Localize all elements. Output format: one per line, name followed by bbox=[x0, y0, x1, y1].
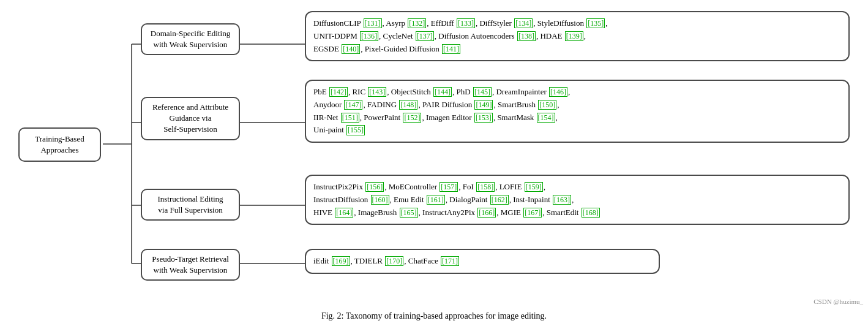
cat3-label-box: Instructional Editingvia Full Supervisio… bbox=[141, 189, 240, 221]
cat1-label-box: Domain-Specific Editingwith Weak Supervi… bbox=[141, 23, 240, 55]
cat2-content: PbE [142], RIC [143], ObjectStitch [144]… bbox=[313, 87, 570, 134]
cat4-content-box: iEdit [169], TDIELR [170], ChatFace [171… bbox=[305, 249, 660, 274]
cat1-content: DiffusionCLIP [131], Asyrp [132], EffDif… bbox=[313, 18, 607, 53]
watermark: CSDN @huzimu_ bbox=[814, 298, 863, 305]
cat3-label: Instructional Editingvia Full Supervisio… bbox=[157, 194, 223, 214]
cat3-content-box: InstructPix2Pix [156], MoEController [15… bbox=[305, 175, 850, 225]
cat1-content-box: DiffusionCLIP [131], Asyrp [132], EffDif… bbox=[305, 11, 850, 61]
cat4-label: Pseudo-Target Retrievalwith Weak Supervi… bbox=[152, 254, 229, 275]
cat1-label: Domain-Specific Editingwith Weak Supervi… bbox=[151, 29, 230, 49]
root-box: Training-Based Approaches bbox=[18, 127, 101, 162]
cat2-content-box: PbE [142], RIC [143], ObjectStitch [144]… bbox=[305, 80, 850, 143]
cat4-content: iEdit [169], TDIELR [170], ChatFace [171… bbox=[313, 256, 460, 265]
figure-caption: Fig. 2: Taxonomy of training-based appro… bbox=[0, 311, 868, 321]
cat3-content: InstructPix2Pix [156], MoEController [15… bbox=[313, 182, 600, 217]
cat4-label-box: Pseudo-Target Retrievalwith Weak Supervi… bbox=[141, 249, 240, 281]
diagram-container: Training-Based Approaches Domain-Specifi… bbox=[0, 0, 868, 306]
cat2-label: Reference and AttributeGuidance viaSelf-… bbox=[152, 102, 228, 134]
root-label: Training-Based Approaches bbox=[35, 134, 84, 154]
cat2-label-box: Reference and AttributeGuidance viaSelf-… bbox=[141, 97, 240, 140]
